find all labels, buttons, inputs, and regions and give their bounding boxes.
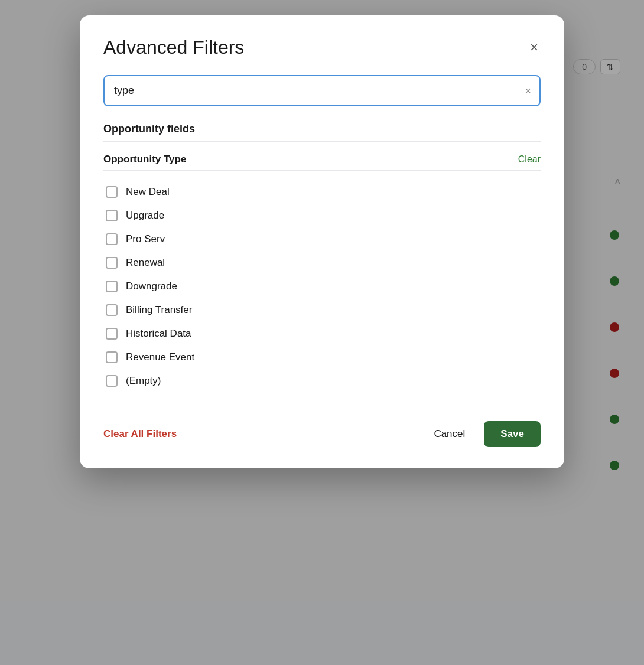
- checkbox-label-upgrade: Upgrade: [126, 210, 164, 221]
- checkbox-new-deal[interactable]: [106, 186, 118, 198]
- search-input[interactable]: [103, 75, 541, 106]
- checkbox-list: New Deal Upgrade Pro Serv Renewal Downgr…: [103, 181, 541, 392]
- filter-group: Opportunity Type Clear New Deal Upgrade …: [103, 154, 541, 392]
- checkbox-item-empty[interactable]: (Empty): [103, 370, 541, 392]
- close-button[interactable]: ×: [528, 38, 541, 57]
- checkbox-item-billing-transfer[interactable]: Billing Transfer: [103, 299, 541, 321]
- checkbox-label-downgrade: Downgrade: [126, 281, 177, 292]
- clear-all-filters-button[interactable]: Clear All Filters: [103, 428, 177, 440]
- checkbox-item-renewal[interactable]: Renewal: [103, 252, 541, 273]
- checkbox-label-empty: (Empty): [126, 375, 161, 387]
- checkbox-pro-serv[interactable]: [106, 233, 118, 245]
- checkbox-upgrade[interactable]: [106, 210, 118, 221]
- checkbox-item-revenue-event[interactable]: Revenue Event: [103, 347, 541, 368]
- checkbox-historical-data[interactable]: [106, 328, 118, 340]
- search-clear-button[interactable]: ×: [525, 84, 531, 97]
- checkbox-label-new-deal: New Deal: [126, 186, 170, 198]
- checkbox-label-historical-data: Historical Data: [126, 328, 191, 340]
- modal-overlay: Advanced Filters × × Opportunity fields …: [0, 0, 644, 665]
- cancel-button[interactable]: Cancel: [422, 422, 477, 446]
- modal-title: Advanced Filters: [103, 37, 244, 58]
- checkbox-item-upgrade[interactable]: Upgrade: [103, 205, 541, 226]
- checkbox-item-historical-data[interactable]: Historical Data: [103, 323, 541, 344]
- checkbox-item-pro-serv[interactable]: Pro Serv: [103, 229, 541, 250]
- checkbox-label-billing-transfer: Billing Transfer: [126, 304, 192, 316]
- advanced-filters-modal: Advanced Filters × × Opportunity fields …: [80, 15, 564, 468]
- checkbox-label-revenue-event: Revenue Event: [126, 351, 194, 363]
- footer-right: Cancel Save: [422, 421, 541, 447]
- checkbox-label-renewal: Renewal: [126, 257, 165, 269]
- checkbox-downgrade[interactable]: [106, 281, 118, 292]
- clear-filter-button[interactable]: Clear: [518, 154, 541, 165]
- checkbox-revenue-event[interactable]: [106, 351, 118, 363]
- filter-group-label: Opportunity Type: [103, 154, 186, 165]
- modal-header: Advanced Filters ×: [103, 37, 541, 58]
- checkbox-label-pro-serv: Pro Serv: [126, 233, 165, 245]
- section-header: Opportunity fields: [103, 123, 541, 142]
- search-container: ×: [103, 75, 541, 106]
- checkbox-item-new-deal[interactable]: New Deal: [103, 181, 541, 203]
- save-button[interactable]: Save: [484, 421, 541, 447]
- checkbox-renewal[interactable]: [106, 257, 118, 269]
- filter-group-header: Opportunity Type Clear: [103, 154, 541, 171]
- checkbox-item-downgrade[interactable]: Downgrade: [103, 276, 541, 297]
- checkbox-empty[interactable]: [106, 375, 118, 387]
- modal-footer: Clear All Filters Cancel Save: [103, 409, 541, 447]
- checkbox-billing-transfer[interactable]: [106, 304, 118, 316]
